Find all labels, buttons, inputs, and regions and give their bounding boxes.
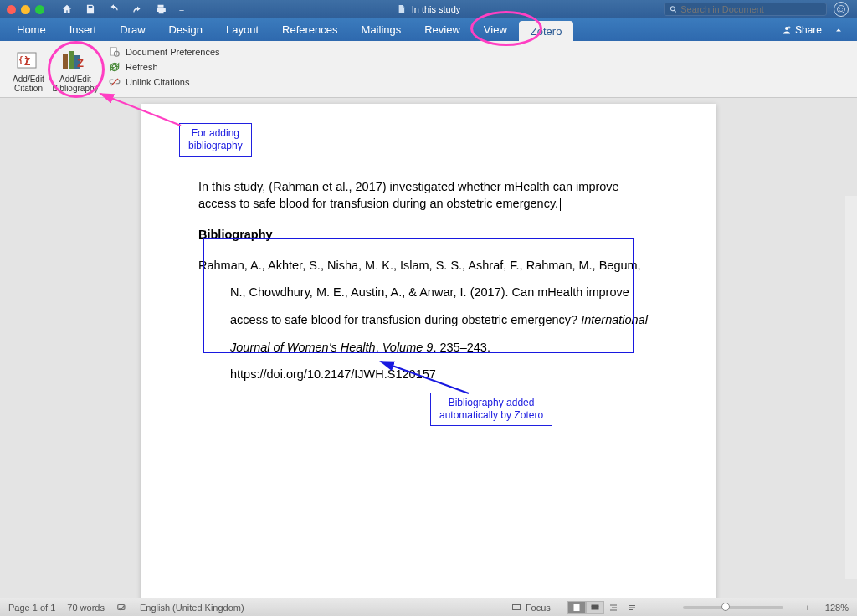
zoom-level[interactable]: 128%	[825, 603, 849, 613]
tab-insert[interactable]: Insert	[58, 18, 109, 41]
tab-zotero[interactable]: Zotero	[519, 21, 574, 41]
draft-view-button[interactable]	[623, 601, 641, 614]
unlink-icon	[109, 76, 121, 88]
svg-point-0	[838, 6, 845, 13]
quick-access-toolbar	[61, 3, 185, 15]
minimize-window-button[interactable]	[21, 5, 30, 14]
svg-text:Z: Z	[77, 57, 84, 69]
bibliography-heading[interactable]: Bibliography	[198, 227, 659, 244]
document-title-text: In this study	[412, 4, 461, 14]
document-preferences-button[interactable]: Document Preferences	[109, 46, 220, 58]
share-icon	[782, 25, 792, 35]
status-bar: Page 1 of 1 70 words English (United Kin…	[0, 598, 857, 616]
qat-customize-icon[interactable]	[178, 3, 185, 15]
print-layout-view-button[interactable]	[567, 601, 586, 614]
unlink-citations-button[interactable]: Unlink Citations	[109, 76, 220, 88]
spellcheck-icon[interactable]	[116, 602, 128, 613]
document-workspace[interactable]: In this study, (Rahman et al., 2017) inv…	[0, 98, 857, 598]
web-layout-view-button[interactable]	[586, 601, 604, 614]
tab-references[interactable]: References	[270, 18, 349, 41]
zoom-out-button[interactable]: −	[653, 603, 665, 613]
svg-point-2	[842, 8, 843, 9]
search-box[interactable]	[664, 3, 827, 16]
svg-rect-16	[591, 604, 598, 609]
ribbon-content: { } Z Add/EditCitation Z Add/EditBibliog…	[0, 41, 857, 98]
bibliography-icon: Z	[60, 47, 90, 74]
document-title: In this study	[397, 4, 461, 14]
add-edit-bibliography-button[interactable]: Z Add/EditBibliography	[52, 44, 99, 93]
language-indicator[interactable]: English (United Kingdom)	[140, 603, 244, 613]
share-area: Share	[782, 18, 852, 41]
home-icon[interactable]	[61, 3, 73, 15]
close-window-button[interactable]	[7, 5, 16, 14]
svg-rect-15	[573, 604, 579, 611]
zoom-window-button[interactable]	[35, 5, 44, 14]
refresh-button[interactable]: Refresh	[109, 61, 220, 73]
tab-review[interactable]: Review	[413, 18, 472, 41]
bibliography-entry[interactable]: Rahman, A., Akhter, S., Nisha, M. K., Is…	[198, 252, 659, 388]
window-controls	[7, 5, 44, 14]
prefs-icon	[109, 46, 121, 58]
svg-rect-14	[512, 604, 520, 609]
refresh-icon	[109, 61, 121, 73]
add-edit-citation-button[interactable]: { } Z Add/EditCitation	[5, 44, 52, 93]
word-count[interactable]: 70 words	[67, 603, 105, 613]
document-icon	[397, 4, 407, 14]
collapse-ribbon-icon[interactable]	[834, 25, 844, 35]
search-icon	[670, 5, 677, 13]
zoom-slider-knob[interactable]	[721, 603, 730, 611]
redo-icon[interactable]	[131, 3, 143, 15]
document-body[interactable]: In this study, (Rahman et al., 2017) inv…	[198, 179, 659, 388]
titlebar: In this study	[0, 0, 857, 18]
zoom-in-button[interactable]: +	[802, 603, 813, 613]
outline-view-button[interactable]	[604, 601, 623, 614]
undo-icon[interactable]	[108, 3, 120, 15]
svg-rect-6	[63, 54, 68, 69]
citation-icon: { } Z	[14, 48, 43, 73]
ribbon-tabs: Home Insert Draw Design Layout Reference…	[0, 18, 857, 41]
svg-rect-7	[69, 51, 74, 69]
document-page[interactable]: In this study, (Rahman et al., 2017) inv…	[141, 104, 716, 598]
text-cursor	[560, 198, 561, 211]
zoom-slider[interactable]	[683, 606, 783, 609]
page-indicator[interactable]: Page 1 of 1	[8, 603, 55, 613]
word-window: In this study Home Insert Draw Design La…	[0, 0, 857, 616]
search-input[interactable]	[680, 4, 821, 14]
ribbon-small-commands: Document Preferences Refresh Unlink Cita…	[109, 44, 220, 88]
svg-text:Z: Z	[24, 56, 30, 68]
tab-view[interactable]: View	[472, 18, 519, 41]
feedback-button[interactable]	[834, 2, 849, 17]
share-label: Share	[795, 24, 822, 36]
tab-draw[interactable]: Draw	[108, 18, 157, 41]
focus-mode-button[interactable]: Focus	[511, 603, 551, 613]
paragraph-1[interactable]: In this study, (Rahman et al., 2017) inv…	[198, 179, 659, 212]
smiley-icon	[836, 4, 846, 14]
print-icon[interactable]	[155, 3, 167, 15]
focus-icon	[511, 603, 522, 613]
tab-mailings[interactable]: Mailings	[350, 18, 413, 41]
svg-point-1	[839, 8, 840, 9]
tab-design[interactable]: Design	[157, 18, 214, 41]
save-icon[interactable]	[85, 3, 96, 15]
vertical-scrollbar[interactable]	[845, 196, 857, 579]
tab-home[interactable]: Home	[5, 18, 58, 41]
view-switcher	[567, 601, 641, 614]
share-button[interactable]: Share	[782, 24, 822, 36]
tab-layout[interactable]: Layout	[214, 18, 270, 41]
